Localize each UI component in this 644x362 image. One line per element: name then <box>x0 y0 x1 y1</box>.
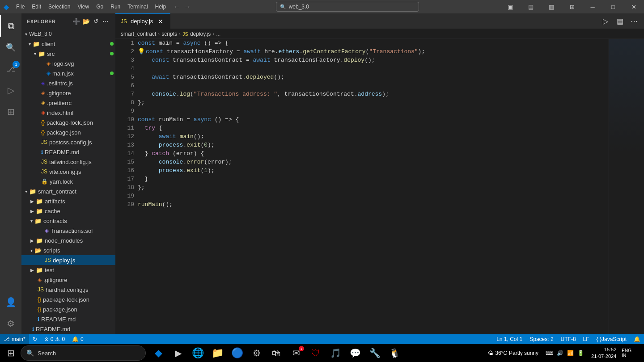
restore-button[interactable]: □ <box>603 0 623 13</box>
status-language[interactable]: { } JavaScript <box>593 334 630 344</box>
tree-item-deploy-js[interactable]: JS deploy.js <box>21 255 115 265</box>
tree-item-logo-svg[interactable]: ◈ logo.svg <box>21 59 115 68</box>
taskbar-app-vscode[interactable]: ◆ <box>148 344 168 362</box>
menu-help[interactable]: Help <box>152 0 170 13</box>
new-file-button[interactable]: ➕ <box>72 17 80 26</box>
tree-item-package-client[interactable]: {} package.json <box>21 127 115 137</box>
menu-view[interactable]: View <box>74 0 93 13</box>
layout-panel-toggle[interactable]: ▤ <box>521 0 541 13</box>
code-content[interactable]: const main = async () => { 💡const transa… <box>138 39 608 334</box>
tree-item-artifacts[interactable]: ▶ 📁 artifacts <box>21 196 115 206</box>
close-button[interactable]: ✕ <box>623 0 644 13</box>
taskbar-app-settings[interactable]: ⚙ <box>247 344 267 362</box>
layout-split-toggle[interactable]: ▥ <box>541 0 562 13</box>
layout-grid-toggle[interactable]: ⊞ <box>562 0 582 13</box>
tree-item-package-lock-client[interactable]: {} package-lock.json <box>21 118 115 127</box>
tree-item-readme-root[interactable]: ℹ README.md <box>21 324 115 334</box>
more-editor-actions[interactable]: ⋯ <box>628 15 640 27</box>
menu-run[interactable]: Run <box>107 0 124 13</box>
tree-item-postcss[interactable]: JS postcss.config.js <box>21 137 115 147</box>
status-branch[interactable]: ⎇ main* <box>0 334 29 344</box>
tree-item-yarn-lock[interactable]: 🔒 yarn.lock <box>21 177 115 186</box>
taskbar-lang[interactable]: ENGIN <box>620 348 633 358</box>
tree-item-package-sc[interactable]: {} package.json <box>21 304 115 314</box>
menu-terminal[interactable]: Terminal <box>124 0 151 13</box>
refresh-button[interactable]: ↺ <box>91 17 100 26</box>
status-ln-col[interactable]: Ln 1, Col 1 <box>493 334 526 344</box>
minimize-button[interactable]: ─ <box>582 0 603 13</box>
titlebar-search-box[interactable]: 🔍 web_3.0 <box>276 2 419 12</box>
taskbar-app-music[interactable]: 🎵 <box>326 344 345 362</box>
tree-item-transactions-sol[interactable]: ◈ Transactions.sol <box>21 226 115 236</box>
tree-root[interactable]: ▾ WEB_3.0 <box>21 29 115 39</box>
tree-item-smart-contract[interactable]: ▾ 📁 smart_contract <box>21 186 115 196</box>
status-notifications[interactable]: 🔔 0 <box>68 334 87 344</box>
tree-item-tailwind[interactable]: JS tailwind.config.js <box>21 157 115 167</box>
breadcrumb-smart-contract[interactable]: smart_contract <box>121 31 156 37</box>
tab-close-button[interactable]: ✕ <box>157 17 165 25</box>
tree-item-src[interactable]: ▾ 📁 src <box>21 49 115 59</box>
taskbar-app-terminal[interactable]: ▶ <box>168 344 188 362</box>
taskbar-weather[interactable]: 🌤 36°C Partly sunny <box>484 350 542 356</box>
layout-sidebar-toggle[interactable]: ▣ <box>500 0 521 13</box>
status-encoding[interactable]: UTF-8 <box>557 334 580 344</box>
menu-edit[interactable]: Edit <box>28 0 45 13</box>
taskbar-app-whatsapp[interactable]: 💬 <box>345 344 365 362</box>
tree-item-package-lock-sc[interactable]: {} package-lock.json <box>21 295 115 304</box>
taskbar-search-box[interactable]: 🔍 Search <box>21 345 146 361</box>
status-spaces[interactable]: Spaces: 2 <box>526 334 557 344</box>
taskbar-sys-icons[interactable]: ⌨ 🔊 📶 🔋 <box>542 350 588 356</box>
tree-item-readme-client[interactable]: ℹ README.md <box>21 147 115 157</box>
tree-item-cache[interactable]: ▶ 📁 cache <box>21 206 115 216</box>
activity-icon-search[interactable]: 🔍 <box>0 37 21 58</box>
tab-deploy-js[interactable]: JS deploy.js ✕ <box>115 13 170 29</box>
taskbar-app-chrome[interactable]: 🔵 <box>227 344 247 362</box>
tree-item-client[interactable]: ▾ 📁 client <box>21 39 115 49</box>
taskbar-app-extra1[interactable]: 🔧 <box>365 344 385 362</box>
tree-item-test[interactable]: ▶ 📁 test <box>21 265 115 275</box>
tree-item-gitignore-sc[interactable]: ◈ .gitignore <box>21 275 115 285</box>
tree-item-index-html[interactable]: ◈ index.html <box>21 108 115 118</box>
status-line-ending[interactable]: LF <box>580 334 593 344</box>
new-folder-button[interactable]: 📂 <box>81 17 90 26</box>
breadcrumb-scripts[interactable]: scripts <box>161 31 177 37</box>
taskbar-app-antivirus[interactable]: 🛡 <box>306 344 326 362</box>
tree-item-eslintrc[interactable]: ◈ .eslintrc.js <box>21 78 115 88</box>
tree-item-node-modules[interactable]: ▶ 📁 node_modules <box>21 236 115 245</box>
start-button[interactable]: ⊞ <box>2 344 20 362</box>
activity-icon-run[interactable]: ▷ <box>0 80 21 101</box>
activity-icon-accounts[interactable]: 👤 <box>0 291 21 313</box>
activity-icon-settings[interactable]: ⚙ <box>0 313 21 334</box>
tree-item-contracts[interactable]: ▾ 📁 contracts <box>21 216 115 226</box>
tree-item-main-jsx[interactable]: ◈ main.jsx <box>21 68 115 78</box>
tree-item-prettierrc[interactable]: ◈ .prettierrc <box>21 98 115 108</box>
activity-icon-extensions[interactable]: ⊞ <box>0 101 21 122</box>
tree-item-hardhat[interactable]: JS hardhat.config.js <box>21 285 115 295</box>
show-desktop-button[interactable] <box>633 344 642 362</box>
taskbar-app-store[interactable]: 🛍 <box>267 344 286 362</box>
taskbar-app-extra2[interactable]: 🐧 <box>385 344 404 362</box>
breadcrumb-deploy-js[interactable]: deploy.js <box>190 31 211 37</box>
split-editor-button[interactable]: ▤ <box>614 15 626 27</box>
nav-back-button[interactable]: ← <box>173 3 180 11</box>
menu-file[interactable]: File <box>13 0 28 13</box>
taskbar-app-browser1[interactable]: 🌐 <box>188 344 208 362</box>
more-actions-button[interactable]: ⋯ <box>101 17 110 26</box>
breadcrumb-more[interactable]: ... <box>216 31 220 37</box>
tree-item-scripts[interactable]: ▾ 📂 scripts <box>21 245 115 255</box>
taskbar-app-files[interactable]: 📁 <box>208 344 227 362</box>
menu-selection[interactable]: Selection <box>45 0 74 13</box>
status-sync[interactable]: ↻ <box>29 334 41 344</box>
menu-go[interactable]: Go <box>93 0 107 13</box>
taskbar-clock[interactable]: 15:52 21-07-2024 <box>588 346 620 360</box>
activity-icon-explorer[interactable]: ⧉ <box>0 15 21 37</box>
status-errors[interactable]: ⊗ 0 ⚠ 0 <box>41 334 68 344</box>
activity-icon-source-control[interactable]: ⎇ 1 <box>0 58 21 80</box>
tree-item-vite[interactable]: JS vite.config.js <box>21 167 115 177</box>
tree-item-gitignore-client[interactable]: ◈ .gitignore <box>21 88 115 98</box>
run-code-button[interactable]: ▷ <box>599 15 612 27</box>
taskbar-app-mail[interactable]: ✉ 1 <box>286 344 306 362</box>
nav-forward-button[interactable]: → <box>184 3 191 11</box>
status-bell[interactable]: 🔔 <box>630 334 644 344</box>
tree-item-readme-sc[interactable]: ℹ README.md <box>21 314 115 324</box>
